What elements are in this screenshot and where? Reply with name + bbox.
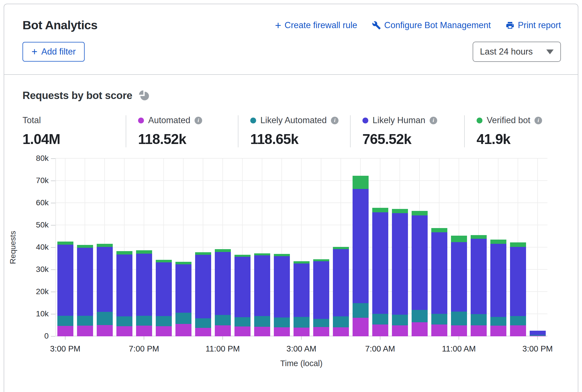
info-icon[interactable]: i [331,117,339,124]
stacked-bar[interactable] [471,235,487,336]
print-report-link[interactable]: Print report [506,20,561,30]
bar-segment-verified-bot [313,259,329,261]
bar-segment-likely-human [254,255,270,316]
stacked-bar[interactable] [392,209,408,336]
stacked-bar[interactable] [274,254,290,336]
x-tick-mark [301,336,302,340]
bar-segment-verified-bot [234,255,251,257]
bar-segment-verified-bot [333,247,349,249]
create-firewall-rule-link[interactable]: + Create firewall rule [275,20,357,30]
bar-segment-likely-human [215,252,231,315]
stacked-bar[interactable] [530,331,546,337]
x-tick-label: 3:00 AM [287,344,316,353]
stacked-bar[interactable] [294,261,310,336]
add-filter-button[interactable]: + Add filter [22,42,85,62]
bar-segment-likely-human [372,212,388,314]
configure-bot-management-link[interactable]: Configure Bot Management [372,20,491,30]
stacked-bar[interactable] [333,247,349,336]
info-icon[interactable]: i [430,117,437,124]
bar-segment-likely-human [116,254,132,316]
y-tick-mark [51,225,55,226]
stats-row: Total 1.04M Automated i 118.52k Likely A… [4,115,578,147]
y-tick-label: 80k [19,154,49,163]
y-tick-label: 20k [19,287,49,296]
bar-segment-likely-human [392,213,408,314]
x-axis-title: Time (local) [55,359,547,368]
bar-segment-verified-bot [175,262,191,264]
y-tick-label: 0 [19,332,49,341]
stacked-bar[interactable] [412,211,428,336]
stat-value: 1.04M [22,131,126,147]
stacked-bar[interactable] [451,236,467,336]
bar-segment-likely-automated [353,303,369,318]
chevron-down-icon [546,49,554,54]
bar-segment-verified-bot [392,209,408,213]
bar-segment-likely-automated [215,315,231,325]
stacked-bar[interactable] [57,242,73,336]
bar-segment-verified-bot [156,260,172,262]
plus-icon: + [275,21,281,30]
info-icon[interactable]: i [534,117,542,124]
time-range-select[interactable]: Last 24 hours [473,42,561,62]
stat-label: Likely Automated [260,115,327,125]
stacked-bar[interactable] [116,251,132,336]
stacked-bar[interactable] [195,252,211,336]
stacked-bar[interactable] [97,244,113,336]
bar-segment-likely-automated [490,317,506,326]
bar-segment-likely-automated [333,316,349,328]
stacked-bar[interactable] [490,240,506,336]
requests-chart: Requests Time (local) 010k20k30k40k50k60… [4,156,578,370]
bar-segment-automated [372,325,388,336]
stacked-bar[interactable] [254,253,270,336]
bar-segment-automated [57,326,73,336]
legend-dot [250,118,256,123]
x-tick-mark [144,336,144,340]
bar-segment-automated [215,325,231,336]
stat-value: 118.65k [250,131,350,147]
bar-segment-likely-human [471,239,487,314]
bar-segment-automated [392,325,408,337]
x-tick-label: 3:00 PM [522,344,553,353]
bar-segment-likely-human [510,247,526,316]
stacked-bar[interactable] [77,245,93,336]
x-tick-label: 7:00 AM [365,344,395,353]
stacked-bar[interactable] [234,255,251,336]
y-tick-label: 30k [19,265,49,274]
bar-segment-likely-human [77,248,93,316]
bar-segment-automated [77,326,93,336]
card-header: Bot Analytics + Create firewall rule Con… [4,4,578,75]
stacked-bar[interactable] [431,228,447,336]
bar-segment-automated [97,325,113,336]
bar-segment-automated [294,328,310,336]
stat-likely-automated: Likely Automated i 118.65k [238,115,350,147]
requests-by-bot-score-section: Requests by bot score Total 1.04M Aut [4,75,578,370]
bar-segment-likely-automated [175,313,191,324]
stacked-bar[interactable] [372,208,388,336]
legend-dot [138,118,144,123]
bar-segment-verified-bot [215,249,231,252]
y-tick-mark [51,181,55,181]
bar-segment-automated [431,325,447,336]
bar-segment-likely-human [195,255,211,318]
stacked-bar[interactable] [215,249,231,336]
stacked-bar[interactable] [353,176,369,336]
bar-segment-likely-human [333,249,349,316]
bar-segment-likely-human [175,264,191,313]
stacked-bar[interactable] [313,259,329,336]
info-icon[interactable]: i [195,117,202,124]
y-axis-title: Requests [9,159,17,336]
printer-icon [506,21,515,30]
header-actions: + Create firewall rule Configure Bot Man… [275,20,561,30]
x-tick-mark [65,336,66,340]
stacked-bar[interactable] [136,250,152,336]
y-tick-mark [51,247,55,248]
y-tick-mark [51,269,55,270]
stacked-bar[interactable] [510,242,526,336]
v-gridline [537,159,538,336]
bar-segment-likely-automated [195,318,211,328]
y-tick-label: 10k [19,309,49,318]
x-tick-label: 3:00 PM [50,344,80,353]
bot-analytics-card: Bot Analytics + Create firewall rule Con… [4,4,578,392]
stacked-bar[interactable] [156,260,172,336]
stacked-bar[interactable] [175,262,191,336]
